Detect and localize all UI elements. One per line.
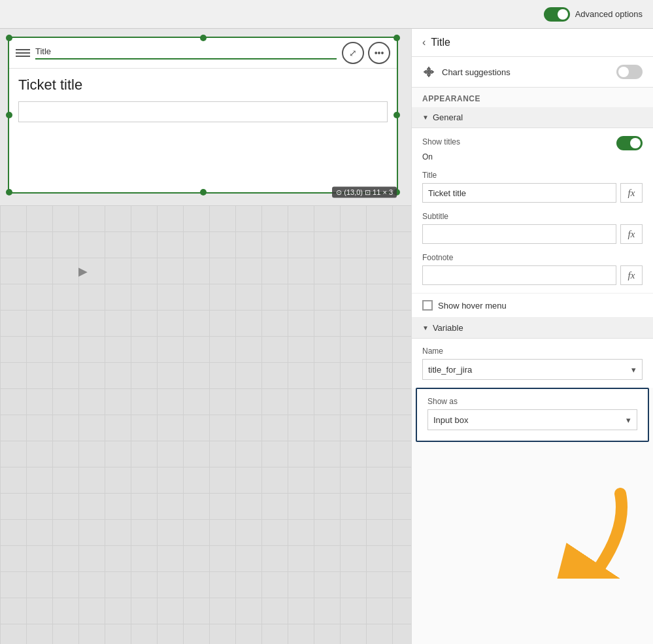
handle-tl[interactable] [6, 35, 12, 41]
collapse-arrow-icon: ▼ [422, 114, 429, 121]
subtitle-fx-button[interactable]: fx [620, 224, 643, 244]
handle-bl[interactable] [6, 189, 12, 195]
footnote-input-group: fx [422, 265, 643, 285]
footnote-input-row: Footnote fx [422, 253, 643, 285]
advanced-options-toggle[interactable]: Advanced options [544, 7, 643, 22]
show-as-row: Show as Input box Text Dropdown [427, 397, 637, 430]
handle-top[interactable] [200, 35, 207, 41]
widget-content-title: Ticket title [18, 76, 388, 93]
top-bar: Advanced options [0, 0, 653, 29]
show-as-label: Show as [427, 397, 637, 406]
variable-section-title: Variable [433, 323, 463, 333]
expand-button[interactable]: ⤢ [342, 42, 364, 64]
widget-container: Title ⤢ ••• Ticket title ⊙ (13,0) ⊡ 11 ×… [8, 37, 398, 194]
chart-suggestions-toggle[interactable] [616, 65, 643, 79]
main-layout: Title ⤢ ••• Ticket title ⊙ (13,0) ⊡ 11 ×… [0, 29, 653, 644]
show-as-select[interactable]: Input box Text Dropdown [427, 409, 637, 430]
handle-tr[interactable] [393, 35, 400, 41]
widget-input-box[interactable] [18, 101, 388, 122]
show-titles-toggle[interactable] [616, 136, 643, 150]
panel-title: Title [431, 37, 450, 48]
grid-area [0, 205, 411, 644]
title-input-group: fx [422, 183, 643, 203]
show-titles-state: On [422, 152, 643, 161]
show-titles-label: Show titles [422, 137, 460, 146]
title-input-row: Title fx [422, 171, 643, 203]
handle-left[interactable] [6, 112, 12, 118]
show-hover-menu-checkbox[interactable] [422, 300, 433, 311]
name-row: Name title_for_jira [422, 347, 643, 380]
name-select-wrapper: title_for_jira [422, 359, 643, 380]
widget-actions: ⤢ ••• [342, 42, 390, 64]
advanced-options-switch[interactable] [544, 7, 570, 22]
appearance-label: Appearance [412, 88, 653, 107]
general-collapsible[interactable]: ▼ General [412, 107, 653, 128]
name-label: Name [422, 347, 643, 356]
footnote-field-label: Footnote [422, 253, 643, 262]
footnote-fx-button[interactable]: fx [620, 265, 643, 285]
panel-header: ‹ Title [412, 29, 653, 57]
widget-header: Title ⤢ ••• [9, 38, 397, 69]
subtitle-input[interactable] [422, 224, 616, 244]
title-field-label: Title [422, 171, 643, 180]
widget-title-tab[interactable]: Title [35, 46, 337, 59]
subtitle-input-row: Subtitle fx [422, 212, 643, 244]
title-input[interactable] [422, 183, 616, 203]
show-as-select-wrapper: Input box Text Dropdown [427, 409, 637, 430]
variable-collapse-arrow-icon: ▼ [422, 324, 429, 331]
position-indicator: ⊙ (13,0) ⊡ 11 × 3 [332, 187, 397, 198]
back-button[interactable]: ‹ [422, 37, 426, 48]
canvas-area: Title ⤢ ••• Ticket title ⊙ (13,0) ⊡ 11 ×… [0, 29, 411, 644]
show-hover-menu-label: Show hover menu [438, 301, 507, 311]
right-panel: ‹ Title Chart suggestions Appearance ▼ G… [411, 29, 653, 644]
show-titles-toggle-row: Show titles [422, 136, 643, 150]
subtitle-field-label: Subtitle [422, 212, 643, 221]
subtitle-input-group: fx [422, 224, 643, 244]
advanced-options-label: Advanced options [575, 9, 643, 19]
handle-right[interactable] [393, 112, 400, 118]
footnote-input[interactable] [422, 265, 616, 285]
cursor-icon: ▶ [78, 264, 89, 277]
show-titles-section: Show titles On Title fx Subtitle fx [412, 128, 653, 294]
variable-collapsible[interactable]: ▼ Variable [412, 318, 653, 339]
widget-body: Ticket title [9, 69, 397, 130]
title-fx-button[interactable]: fx [620, 183, 643, 203]
chart-suggestions-label: Chart suggestions [442, 67, 616, 77]
variable-section-content: Name title_for_jira [412, 339, 653, 388]
general-section-title: General [433, 112, 463, 122]
chart-suggestions-icon [422, 65, 435, 78]
show-titles-row: Show titles On [422, 136, 643, 161]
show-as-section: Show as Input box Text Dropdown [416, 388, 649, 442]
handle-bottom[interactable] [200, 189, 207, 195]
more-options-button[interactable]: ••• [368, 42, 390, 64]
chart-suggestions-row: Chart suggestions [412, 57, 653, 88]
expand-icon: ⤢ [349, 48, 357, 58]
name-select[interactable]: title_for_jira [422, 359, 643, 380]
list-icon[interactable] [16, 46, 30, 60]
more-icon: ••• [375, 48, 384, 58]
show-hover-menu-row: Show hover menu [412, 294, 653, 318]
